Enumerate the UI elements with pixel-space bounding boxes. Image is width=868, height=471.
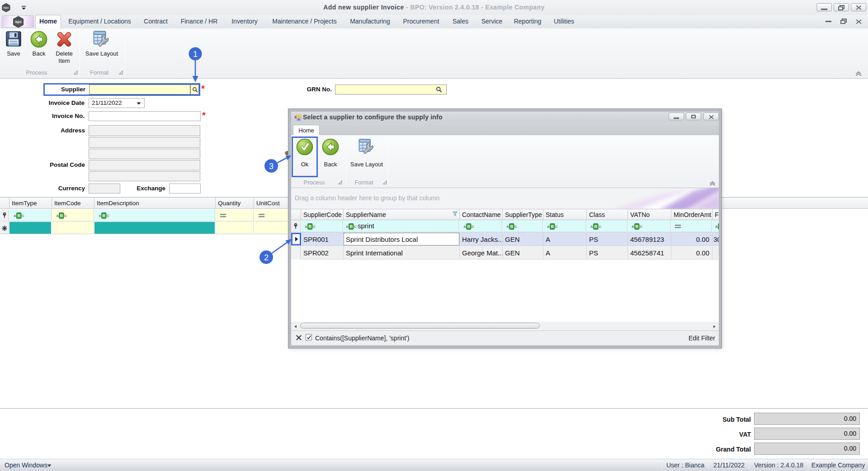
svg-text:bpo: bpo <box>15 20 21 24</box>
